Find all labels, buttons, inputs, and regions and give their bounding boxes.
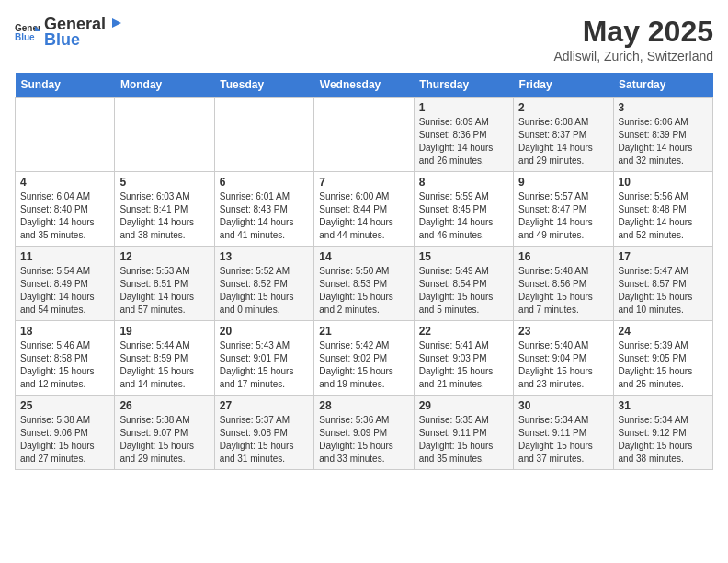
calendar-cell: 13Sunrise: 5:52 AMSunset: 8:52 PMDayligh… [214,247,313,321]
day-number: 18 [20,325,109,338]
calendar-cell [314,98,414,172]
calendar-cell: 3Sunrise: 6:06 AMSunset: 8:39 PMDaylight… [613,98,712,172]
day-info: Sunrise: 5:57 AMSunset: 8:47 PMDaylight:… [518,190,608,242]
day-info: Sunrise: 5:40 AMSunset: 9:04 PMDaylight:… [518,339,608,391]
day-info: Sunrise: 6:00 AMSunset: 8:44 PMDaylight:… [319,190,408,242]
calendar-cell: 29Sunrise: 5:35 AMSunset: 9:11 PMDayligh… [414,396,513,470]
day-info: Sunrise: 5:44 AMSunset: 8:59 PMDaylight:… [119,339,209,391]
day-info: Sunrise: 6:09 AMSunset: 8:36 PMDaylight:… [419,116,508,167]
calendar-cell: 27Sunrise: 5:37 AMSunset: 9:08 PMDayligh… [214,396,313,470]
calendar-cell: 22Sunrise: 5:41 AMSunset: 9:03 PMDayligh… [414,321,513,396]
day-number: 30 [518,399,608,412]
logo: General Blue General Blue [15,15,122,50]
day-info: Sunrise: 5:39 AMSunset: 9:05 PMDaylight:… [619,339,708,391]
day-info: Sunrise: 5:37 AMSunset: 9:08 PMDaylight:… [220,414,309,465]
day-info: Sunrise: 5:36 AMSunset: 9:09 PMDaylight:… [319,414,408,465]
calendar-week-row: 18Sunrise: 5:46 AMSunset: 8:58 PMDayligh… [16,321,713,396]
weekday-header-tuesday: Tuesday [214,73,313,98]
day-number: 1 [419,101,508,114]
day-number: 24 [619,325,708,338]
weekday-header-sunday: Sunday [16,73,115,98]
day-info: Sunrise: 5:49 AMSunset: 8:54 PMDaylight:… [419,265,508,316]
svg-text:Blue: Blue [15,32,35,42]
calendar-week-row: 25Sunrise: 5:38 AMSunset: 9:06 PMDayligh… [16,396,713,470]
day-number: 20 [220,325,309,338]
weekday-header-saturday: Saturday [613,73,712,98]
calendar-cell: 28Sunrise: 5:36 AMSunset: 9:09 PMDayligh… [314,396,414,470]
day-number: 26 [119,399,209,412]
svg-marker-3 [112,18,121,28]
day-number: 7 [319,176,408,189]
day-number: 8 [419,176,508,189]
day-number: 19 [119,325,209,338]
day-info: Sunrise: 5:41 AMSunset: 9:03 PMDaylight:… [419,339,508,391]
calendar-cell: 2Sunrise: 6:08 AMSunset: 8:37 PMDaylight… [514,98,613,172]
day-number: 2 [518,101,608,114]
day-info: Sunrise: 6:08 AMSunset: 8:37 PMDaylight:… [518,116,608,167]
day-number: 17 [619,250,708,263]
day-info: Sunrise: 5:48 AMSunset: 8:56 PMDaylight:… [518,265,608,316]
day-number: 6 [220,176,309,189]
day-info: Sunrise: 5:34 AMSunset: 9:11 PMDaylight:… [518,414,608,465]
day-info: Sunrise: 5:54 AMSunset: 8:49 PMDaylight:… [20,265,109,316]
day-info: Sunrise: 5:38 AMSunset: 9:06 PMDaylight:… [20,414,109,465]
calendar-cell: 19Sunrise: 5:44 AMSunset: 8:59 PMDayligh… [115,321,214,396]
day-info: Sunrise: 6:01 AMSunset: 8:43 PMDaylight:… [220,190,309,242]
logo-blue-text: Blue [44,30,80,49]
day-info: Sunrise: 5:35 AMSunset: 9:11 PMDaylight:… [419,414,508,465]
day-number: 12 [119,250,209,263]
calendar-cell: 12Sunrise: 5:53 AMSunset: 8:51 PMDayligh… [115,247,214,321]
calendar-cell: 23Sunrise: 5:40 AMSunset: 9:04 PMDayligh… [514,321,613,396]
calendar-cell: 9Sunrise: 5:57 AMSunset: 8:47 PMDaylight… [514,172,613,247]
calendar-cell: 1Sunrise: 6:09 AMSunset: 8:36 PMDaylight… [414,98,513,172]
day-number: 22 [419,325,508,338]
calendar-cell: 11Sunrise: 5:54 AMSunset: 8:49 PMDayligh… [16,247,115,321]
day-info: Sunrise: 6:06 AMSunset: 8:39 PMDaylight:… [619,116,708,167]
day-number: 28 [319,399,408,412]
day-info: Sunrise: 5:52 AMSunset: 8:52 PMDaylight:… [220,265,309,316]
day-info: Sunrise: 5:42 AMSunset: 9:02 PMDaylight:… [319,339,408,391]
day-number: 31 [619,399,708,412]
day-info: Sunrise: 5:34 AMSunset: 9:12 PMDaylight:… [619,414,708,465]
day-number: 23 [518,325,608,338]
subtitle: Adliswil, Zurich, Switzerland [554,49,714,63]
calendar-week-row: 11Sunrise: 5:54 AMSunset: 8:49 PMDayligh… [16,247,713,321]
calendar-cell: 16Sunrise: 5:48 AMSunset: 8:56 PMDayligh… [514,247,613,321]
logo-arrow-icon [107,17,121,29]
calendar-cell: 6Sunrise: 6:01 AMSunset: 8:43 PMDaylight… [214,172,313,247]
day-info: Sunrise: 5:50 AMSunset: 8:53 PMDaylight:… [319,265,408,316]
calendar-cell: 30Sunrise: 5:34 AMSunset: 9:11 PMDayligh… [514,396,613,470]
calendar-cell: 10Sunrise: 5:56 AMSunset: 8:48 PMDayligh… [613,172,712,247]
day-number: 5 [119,176,209,189]
day-info: Sunrise: 5:53 AMSunset: 8:51 PMDaylight:… [119,265,209,316]
calendar-week-row: 1Sunrise: 6:09 AMSunset: 8:36 PMDaylight… [16,98,713,172]
day-number: 16 [518,250,608,263]
day-info: Sunrise: 5:46 AMSunset: 8:58 PMDaylight:… [20,339,109,391]
calendar-cell: 31Sunrise: 5:34 AMSunset: 9:12 PMDayligh… [613,396,712,470]
header: General Blue General Blue May 2025 Adlis… [15,15,713,63]
calendar-cell: 15Sunrise: 5:49 AMSunset: 8:54 PMDayligh… [414,247,513,321]
calendar-week-row: 4Sunrise: 6:04 AMSunset: 8:40 PMDaylight… [16,172,713,247]
calendar-cell: 25Sunrise: 5:38 AMSunset: 9:06 PMDayligh… [16,396,115,470]
weekday-header-thursday: Thursday [414,73,513,98]
calendar-cell: 14Sunrise: 5:50 AMSunset: 8:53 PMDayligh… [314,247,414,321]
day-info: Sunrise: 5:47 AMSunset: 8:57 PMDaylight:… [619,265,708,316]
calendar-header: SundayMondayTuesdayWednesdayThursdayFrid… [16,73,713,98]
day-number: 29 [419,399,508,412]
day-number: 21 [319,325,408,338]
day-info: Sunrise: 5:43 AMSunset: 9:01 PMDaylight:… [220,339,309,391]
calendar-cell [214,98,313,172]
day-number: 15 [419,250,508,263]
calendar-cell: 24Sunrise: 5:39 AMSunset: 9:05 PMDayligh… [613,321,712,396]
calendar-cell: 26Sunrise: 5:38 AMSunset: 9:07 PMDayligh… [115,396,214,470]
calendar-cell [16,98,115,172]
main-title: May 2025 [554,15,714,49]
calendar-body: 1Sunrise: 6:09 AMSunset: 8:36 PMDaylight… [16,98,713,470]
day-number: 10 [619,176,708,189]
day-number: 13 [220,250,309,263]
day-number: 25 [20,399,109,412]
calendar-cell: 8Sunrise: 5:59 AMSunset: 8:45 PMDaylight… [414,172,513,247]
weekday-header-monday: Monday [115,73,214,98]
day-number: 27 [220,399,309,412]
calendar-cell: 17Sunrise: 5:47 AMSunset: 8:57 PMDayligh… [613,247,712,321]
